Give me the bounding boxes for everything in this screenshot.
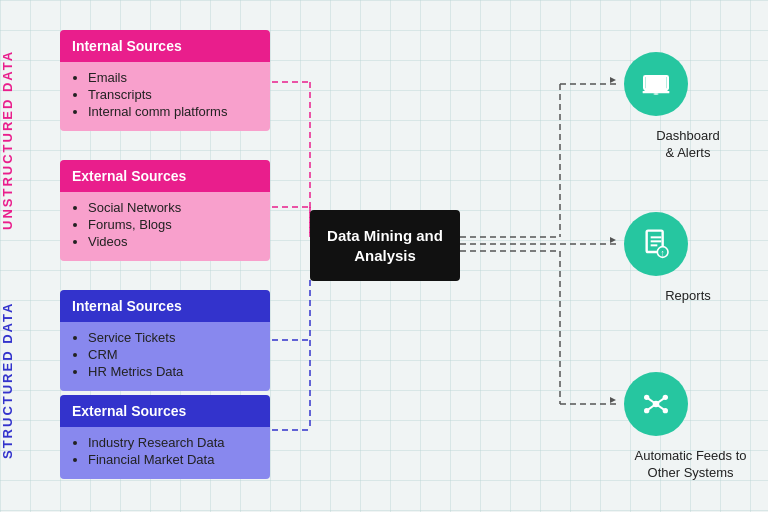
unstructured-external-box: External Sources Social Networks Forums,… xyxy=(60,160,270,261)
network-icon xyxy=(640,388,672,420)
structured-external-body: Industry Research Data Financial Market … xyxy=(60,427,270,479)
feeds-circle xyxy=(624,372,688,436)
svg-marker-18 xyxy=(610,397,616,403)
structured-label: STRUCTURED DATA xyxy=(0,280,15,480)
list-item: Financial Market Data xyxy=(88,452,258,467)
svg-marker-17 xyxy=(610,237,616,243)
svg-point-22 xyxy=(653,93,658,95)
list-item: Transcripts xyxy=(88,87,258,102)
main-content: UNSTRUCTURED DATA STRUCTURED DATA Intern… xyxy=(0,0,768,512)
data-mining-box: Data Mining and Analysis xyxy=(310,210,460,281)
list-item: Forums, Blogs xyxy=(88,217,258,232)
svg-line-34 xyxy=(647,397,656,404)
list-item: Social Networks xyxy=(88,200,258,215)
dashboard-circle xyxy=(624,52,688,116)
list-item: CRM xyxy=(88,347,258,362)
dashboard-label: Dashboard& Alerts xyxy=(628,128,748,162)
structured-external-box: External Sources Industry Research Data … xyxy=(60,395,270,479)
svg-marker-16 xyxy=(610,77,616,83)
document-icon: ↑ xyxy=(640,228,672,260)
structured-internal-header: Internal Sources xyxy=(60,290,270,322)
reports-circle: ↑ xyxy=(624,212,688,276)
list-item: Internal comm platforms xyxy=(88,104,258,119)
svg-line-36 xyxy=(647,404,656,411)
list-item: Videos xyxy=(88,234,258,249)
list-item: Service Tickets xyxy=(88,330,258,345)
laptop-icon xyxy=(640,68,672,100)
list-item: Industry Research Data xyxy=(88,435,258,450)
unstructured-internal-body: Emails Transcripts Internal comm platfor… xyxy=(60,62,270,131)
list-item: Emails xyxy=(88,70,258,85)
structured-external-header: External Sources xyxy=(60,395,270,427)
structured-internal-body: Service Tickets CRM HR Metrics Data xyxy=(60,322,270,391)
unstructured-external-header: External Sources xyxy=(60,160,270,192)
data-mining-label: Data Mining and Analysis xyxy=(327,227,443,264)
svg-rect-20 xyxy=(649,79,662,87)
reports-label: Reports xyxy=(628,288,748,305)
unstructured-internal-box: Internal Sources Emails Transcripts Inte… xyxy=(60,30,270,131)
svg-line-37 xyxy=(656,404,665,411)
feeds-label: Automatic Feeds toOther Systems xyxy=(623,448,758,482)
svg-line-35 xyxy=(656,397,665,404)
unstructured-internal-header: Internal Sources xyxy=(60,30,270,62)
list-item: HR Metrics Data xyxy=(88,364,258,379)
unstructured-external-body: Social Networks Forums, Blogs Videos xyxy=(60,192,270,261)
unstructured-label: UNSTRUCTURED DATA xyxy=(0,30,15,250)
svg-text:↑: ↑ xyxy=(660,248,665,258)
structured-internal-box: Internal Sources Service Tickets CRM HR … xyxy=(60,290,270,391)
